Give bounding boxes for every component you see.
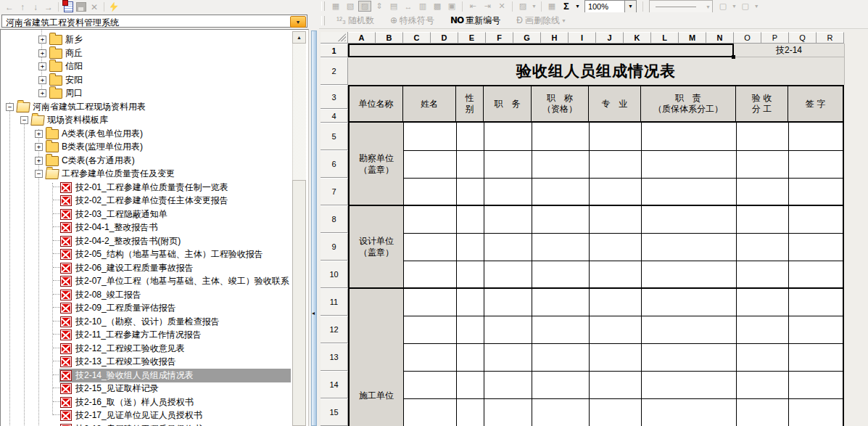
column-header-B[interactable]: B — [376, 32, 403, 44]
tree-item[interactable]: 技2-03_工程隐蔽通知单 — [1, 208, 291, 221]
header-cell[interactable]: 签 字 — [788, 86, 843, 121]
random-number-button[interactable]: ¹²₃随机数 — [336, 15, 374, 27]
sheet-ref-cell[interactable]: 技2-14 — [734, 44, 844, 57]
header-cell[interactable]: 职 责（质保体系分工） — [641, 86, 736, 121]
select-all-corner[interactable] — [321, 32, 348, 44]
up-icon[interactable]: ↑ — [16, 1, 29, 12]
header-cell[interactable]: 性别 — [456, 86, 484, 121]
save-icon[interactable] — [75, 1, 88, 12]
group-label-cell[interactable]: 施工单位 — [350, 288, 403, 426]
expand-plus-icon[interactable]: + — [38, 49, 46, 57]
new-form-icon[interactable] — [62, 1, 75, 12]
column-header-H[interactable]: H — [541, 32, 569, 44]
column-header-C[interactable]: C — [403, 32, 431, 44]
border-color-dropdown[interactable]: ▼ — [732, 4, 737, 9]
collapse-left-icon[interactable]: ◂ — [312, 310, 315, 316]
tree-item[interactable]: +新乡 — [1, 33, 291, 46]
fill-color-button[interactable]: ▢ — [739, 1, 752, 12]
panel-splitter[interactable]: ◂ — [309, 0, 319, 426]
tree-item[interactable]: +信阳 — [1, 60, 291, 73]
column-header-E[interactable]: E — [458, 32, 486, 44]
column-header-N[interactable]: N — [706, 32, 734, 44]
clear-edit-icon[interactable]: ✕ — [495, 1, 508, 12]
tree-item[interactable]: −工程参建单位质量责任及变更 — [1, 167, 291, 181]
column-header-L[interactable]: L — [651, 32, 679, 44]
split-cells-icon[interactable]: ▧ — [344, 1, 357, 12]
tree-item[interactable]: 技2-15_见证取样记录 — [1, 382, 291, 396]
indent-increase-icon[interactable]: ⇥ — [481, 1, 494, 12]
tree-item[interactable]: +B类表(监理单位用表) — [1, 140, 291, 154]
column-header-F[interactable]: F — [486, 32, 513, 44]
tree-item[interactable]: 技2-07_单位工程（地基与基础、主体、竣工）验收联系 — [1, 274, 291, 288]
tree-item[interactable]: 技2-16_取（送）样人员授权书 — [1, 396, 291, 409]
scrollbar-thumb[interactable] — [292, 180, 306, 426]
column-header-G[interactable]: G — [513, 32, 541, 44]
header-cell[interactable]: 职 务 — [484, 86, 532, 121]
column-header-M[interactable]: M — [679, 32, 706, 44]
column-header-O[interactable]: O — [734, 32, 761, 44]
tree-item[interactable]: 技2-02_工程参建单位责任主体变更报告 — [1, 194, 291, 208]
header-cell[interactable]: 专 业 — [589, 86, 641, 121]
row-header-8[interactable]: 8 — [321, 205, 348, 233]
strike-line-button[interactable]: Ð画删除线▼ — [516, 15, 568, 27]
row-operations-icon[interactable]: ⇕ — [373, 1, 386, 12]
splitter-bar[interactable]: ◂ — [311, 30, 317, 426]
tree-scrollbar[interactable]: ▲ — [292, 31, 306, 426]
column-header-R[interactable]: R — [817, 32, 844, 44]
header-cell[interactable]: 姓名 — [403, 86, 456, 121]
header-cell[interactable]: 职 称（资格） — [532, 86, 589, 121]
tree-item[interactable]: +商丘 — [1, 46, 291, 60]
row-header-14[interactable]: 14 — [321, 371, 348, 398]
expand-plus-icon[interactable]: + — [35, 143, 43, 151]
expand-plus-icon[interactable]: + — [38, 62, 46, 70]
scrollbar-track[interactable] — [292, 44, 306, 180]
row-header-15[interactable]: 15 — [321, 398, 348, 426]
column-header-J[interactable]: J — [596, 32, 624, 44]
zoom-combo[interactable]: 100%▼ — [584, 0, 637, 13]
split-table-icon[interactable]: ▩ — [431, 1, 444, 12]
column-header-I[interactable]: I — [569, 32, 596, 44]
fill-color-icon-dropdown[interactable]: ▼ — [532, 4, 537, 9]
column-header-A[interactable]: A — [348, 32, 376, 44]
indent-decrease-icon[interactable]: ⇤ — [466, 1, 479, 12]
autosum-button[interactable]: Σ — [560, 1, 573, 12]
row-header-9[interactable]: 9 — [321, 233, 348, 261]
expand-plus-icon[interactable]: + — [38, 36, 46, 44]
tree-item[interactable]: 技2-12_工程竣工验收意见表 — [1, 342, 291, 356]
tree-item[interactable]: 技2-05_结构（地基与基础、主体）工程验收报告 — [1, 247, 291, 261]
tree-item[interactable]: +C类表(各方通用表) — [1, 154, 291, 168]
row-header-11[interactable]: 11 — [321, 288, 348, 316]
toolbar-grip[interactable] — [321, 1, 325, 11]
tree-item[interactable]: +安阳 — [1, 73, 291, 87]
expand-plus-icon[interactable]: + — [35, 157, 43, 165]
down-icon[interactable]: ↓ — [29, 1, 42, 12]
tree-item[interactable]: 技2-06_建设工程质量事故报告 — [1, 261, 291, 275]
combo-dropdown-button[interactable]: ▼ — [290, 16, 306, 28]
insert-row-icon[interactable]: ▤ — [387, 1, 400, 12]
strike-line-button-dropdown[interactable]: ▼ — [561, 18, 566, 23]
row-header-6[interactable]: 6 — [321, 150, 348, 178]
tree-item[interactable]: 技2-01_工程参建单位质量责任制一览表 — [1, 181, 291, 194]
collapse-minus-icon[interactable]: − — [20, 116, 28, 124]
row-header-12[interactable]: 12 — [321, 316, 348, 343]
tree-item[interactable]: 技2-10_（勘察、设计）质量检查报告 — [1, 315, 291, 329]
header-cell[interactable]: 单位名称 — [350, 86, 403, 121]
forward-icon[interactable]: → — [42, 1, 55, 12]
tree-item[interactable]: −现场资料模板库 — [1, 113, 291, 127]
row-header-4[interactable]: 4 — [321, 109, 348, 123]
system-selector-combo[interactable]: 河南省建筑工程资料管理系统 ▼ — [1, 15, 307, 28]
header-cell[interactable]: 验 收分 工 — [736, 86, 788, 121]
row-header-10[interactable]: 10 — [321, 261, 348, 288]
tree-item[interactable]: 技2-14_验收组人员组成情况表 — [1, 369, 291, 382]
fill-pattern-icon[interactable]: ▨ — [358, 1, 371, 12]
scroll-up-button[interactable]: ▲ — [292, 31, 306, 44]
tree-item[interactable]: +A类表(承包单位用表) — [1, 127, 291, 141]
autosum-dropdown[interactable]: ▼ — [575, 4, 580, 9]
tree-item[interactable]: 技2-09_工程质量评估报告 — [1, 301, 291, 315]
selection-rectangle[interactable] — [348, 44, 734, 57]
zoom-dropdown-button[interactable]: ▼ — [624, 1, 636, 12]
row-header-2[interactable]: 2 — [321, 57, 348, 85]
row-header-7[interactable]: 7 — [321, 178, 348, 205]
expand-plus-icon[interactable]: + — [38, 76, 46, 84]
column-header-P[interactable]: P — [761, 32, 789, 44]
